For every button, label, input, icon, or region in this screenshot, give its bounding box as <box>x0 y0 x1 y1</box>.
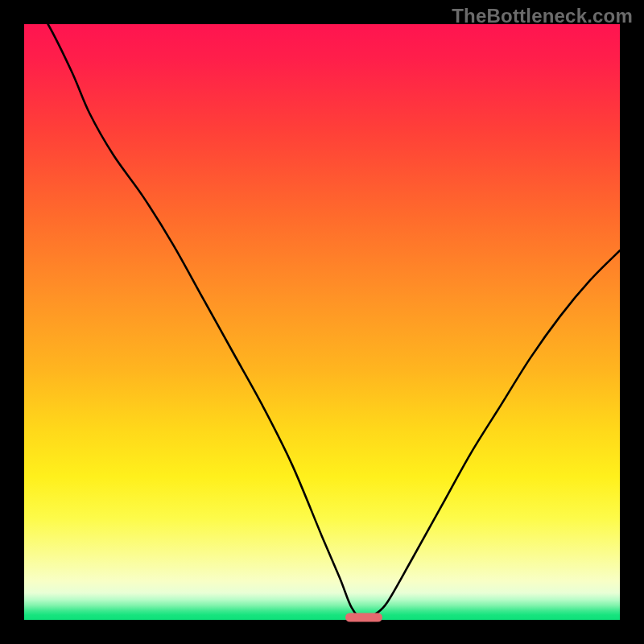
bottleneck-curve <box>24 24 620 620</box>
chart-container: TheBottleneck.com <box>0 0 644 644</box>
watermark-text: TheBottleneck.com <box>452 5 633 27</box>
bottleneck-curve-path <box>24 24 620 620</box>
balance-point-marker <box>345 613 382 622</box>
plot-area <box>24 24 620 620</box>
